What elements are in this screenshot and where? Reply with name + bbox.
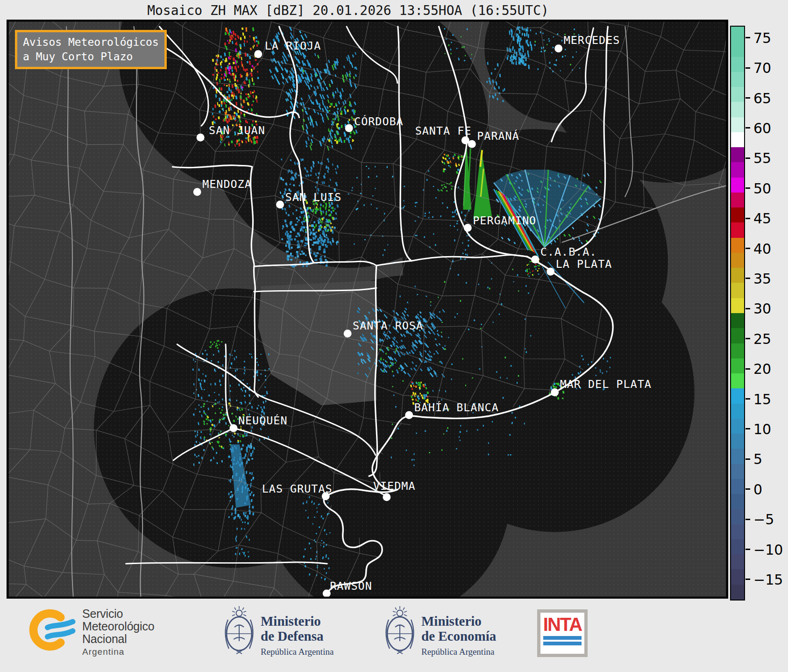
colorbar-tick-label: −15 [753, 572, 783, 587]
dot-texture [7, 21, 727, 598]
colorbar-tick-label: 35 [753, 271, 771, 286]
smn-line3: Nacional [82, 633, 154, 645]
city-label: LAS GRUTAS [262, 482, 333, 495]
smn-wordmark: Servicio Meteorológico Nacional Argentin… [82, 608, 154, 657]
economia-line3: República Argentina [421, 647, 496, 657]
colorbar-segment [731, 569, 744, 585]
colorbar-segment [731, 343, 744, 359]
city-label: C.A.B.A. [540, 245, 597, 258]
city-label: LA PLATA [556, 257, 612, 271]
defensa-line1: Ministerio [261, 614, 334, 629]
inta-bar-top [543, 636, 582, 640]
defensa-line2: de Defensa [261, 629, 334, 644]
smn-logo-icon [27, 606, 76, 654]
colorbar-tick-label: 55 [753, 150, 771, 166]
warning-badge-button[interactable]: Avisos Meteorológicos a Muy Corto Plazo [15, 30, 167, 69]
smn-line4: Argentina [82, 647, 154, 657]
colorbar-segment [731, 479, 744, 494]
colorbar-segment [731, 268, 744, 283]
city-dot [193, 188, 201, 196]
inta-logo-inner: INTA [540, 613, 584, 654]
radar-map-svg: LA RIOJAMERCEDESSAN JUANCÓRDOBASANTA FEP… [7, 21, 727, 598]
colorbar-segment [731, 509, 744, 524]
inta-wordmark: INTA [540, 615, 584, 634]
colorbar-tick [745, 338, 750, 339]
city-label: PARANÁ [477, 129, 519, 143]
colorbar-segment [731, 193, 744, 208]
radar-map: LA RIOJAMERCEDESSAN JUANCÓRDOBASANTA FEP… [7, 20, 728, 599]
colorbar-tick [745, 579, 750, 580]
colorbar-segment [731, 404, 744, 419]
inta-logo: INTA [537, 609, 588, 657]
colorbar-segment [731, 449, 744, 464]
warning-badge-line2: a Muy Corto Plazo [23, 50, 159, 64]
city-label: PERGAMINO [473, 214, 536, 227]
page-root: { "title": "Mosaico ZH MAX [dBZ] 20.01.2… [0, 0, 788, 672]
city-label: MAR DEL PLATA [560, 378, 652, 391]
colorbar-segment [731, 328, 744, 343]
city-label: SANTA FE [415, 124, 472, 137]
city-dot [344, 329, 352, 337]
colorbar-tick [745, 218, 750, 219]
colorbar-tick-label: 25 [753, 331, 771, 347]
smn-line1: Servicio [82, 608, 154, 620]
city-label: RAWSON [330, 579, 372, 593]
colorbar-segment [731, 57, 744, 72]
smn-line2: Meteorológico [82, 620, 154, 633]
colorbar-segment [731, 313, 744, 329]
colorbar-tick-label: 50 [753, 180, 771, 196]
city-dot [554, 44, 562, 52]
colorbar-segment [731, 117, 744, 133]
colorbar-segment [731, 253, 744, 268]
colorbar-segment [731, 434, 744, 449]
colorbar-segment [731, 102, 744, 117]
colorbar-segment [731, 178, 744, 193]
colorbar-segment [731, 147, 744, 163]
colorbar-tick [745, 308, 750, 309]
city-dot [276, 200, 284, 208]
colorbar-tick [745, 398, 750, 400]
city-dot [323, 590, 331, 598]
colorbar-tick [745, 428, 750, 429]
city-label: NEUQUÉN [238, 414, 288, 427]
economia-line1: Ministerio [421, 614, 496, 629]
colorbar-tick [745, 278, 750, 279]
economia-coat-of-arms-icon [381, 604, 419, 656]
colorbar-tick [745, 37, 750, 38]
city-label: BAHÍA BLANCA [414, 401, 499, 414]
defensa-coat-of-arms-icon [220, 604, 258, 656]
colorbar-tick-label: 10 [753, 421, 771, 437]
reflectivity-colorbar: 757065605550454035302520151050−5−10−15 [730, 26, 788, 601]
city-label: SAN LUIS [285, 191, 342, 204]
colorbar-tick-label: 45 [753, 210, 771, 226]
colorbar-segment [731, 373, 744, 389]
colorbar-segment [731, 494, 744, 509]
colorbar-segment [731, 539, 744, 555]
colorbar-tick [745, 519, 750, 520]
city-dot [468, 140, 476, 148]
colorbar-segment [731, 298, 744, 314]
colorbar-tick [745, 157, 750, 159]
colorbar-tick-label: 30 [753, 300, 771, 316]
colorbar-tick [745, 368, 750, 370]
defensa-wordmark: Ministerio de Defensa República Argentin… [261, 614, 334, 657]
colorbar-segment [731, 222, 744, 238]
colorbar-tick-label: 20 [753, 361, 771, 377]
city-dot [229, 424, 237, 432]
colorbar-gradient [730, 26, 745, 601]
colorbar-segment [731, 162, 744, 178]
colorbar-tick-label: −5 [753, 511, 774, 527]
colorbar-segment [731, 207, 744, 223]
city-dot [383, 493, 390, 501]
colorbar-tick-label: 40 [753, 241, 771, 257]
inta-bar-bottom [543, 642, 582, 645]
city-dot [254, 50, 262, 58]
colorbar-tick-label: 5 [753, 451, 762, 467]
colorbar-segment [731, 132, 744, 148]
colorbar-segment [731, 27, 744, 42]
colorbar-segment [731, 72, 744, 87]
page-title: Mosaico ZH MAX [dBZ] 20.01.2026 13:55HOA… [147, 3, 549, 18]
colorbar-segment [731, 87, 744, 102]
colorbar-tick [745, 488, 750, 490]
colorbar-tick-label: 15 [753, 391, 771, 407]
